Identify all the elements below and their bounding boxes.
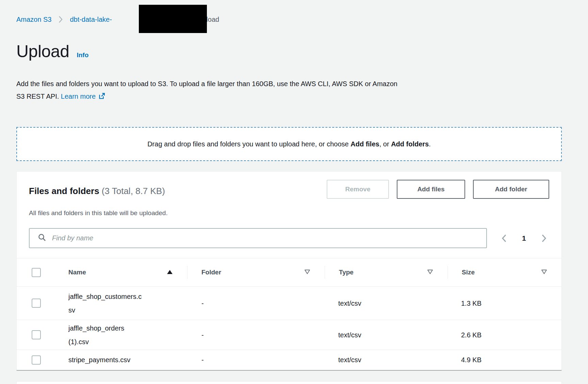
column-header-size[interactable]: Size bbox=[447, 258, 561, 286]
column-label-folder: Folder bbox=[201, 269, 221, 276]
column-header-type[interactable]: Type bbox=[325, 258, 447, 286]
files-panel: Files and folders (3 Total, 8.7 KB) All … bbox=[16, 171, 562, 370]
search-input[interactable] bbox=[52, 229, 481, 247]
panel-heading: Files and folders (3 Total, 8.7 KB) bbox=[29, 185, 165, 197]
row-checkbox[interactable] bbox=[32, 299, 41, 308]
panel-subtitle: All files and folders in this table will… bbox=[29, 208, 168, 218]
column-header-folder[interactable]: Folder bbox=[187, 258, 325, 286]
cell-folder: - bbox=[187, 297, 325, 310]
table-header-row: Name Folder Type bbox=[17, 258, 561, 287]
breadcrumb-chevron-icon bbox=[58, 15, 63, 23]
dropzone-text: Drag and drop files and folders you want… bbox=[147, 140, 431, 148]
remove-button[interactable]: Remove bbox=[327, 180, 389, 199]
table-row: jaffle_shop_customers.c sv - text/csv 1.… bbox=[17, 287, 561, 320]
upload-dropzone[interactable]: Drag and drop files and folders you want… bbox=[16, 127, 562, 161]
learn-more-link[interactable]: Learn more bbox=[61, 93, 96, 100]
cell-folder: - bbox=[187, 353, 325, 367]
filter-icon[interactable] bbox=[541, 269, 547, 276]
s3-upload-page: Amazon S3 dbt-data-lake- Upload Upload I… bbox=[0, 0, 588, 384]
cell-size: 4.9 KB bbox=[447, 353, 561, 367]
panel-actions: Remove Add files Add folder bbox=[327, 180, 549, 199]
column-header-name[interactable]: Name bbox=[54, 258, 187, 286]
column-label-size: Size bbox=[462, 269, 475, 276]
search-icon bbox=[38, 233, 52, 243]
cell-folder: - bbox=[187, 328, 325, 342]
cell-type: text/csv bbox=[325, 297, 447, 310]
breadcrumb-link-bucket[interactable]: dbt-data-lake- bbox=[70, 15, 112, 24]
cell-type: text/csv bbox=[325, 353, 447, 367]
sort-asc-icon[interactable] bbox=[167, 269, 173, 276]
search-box bbox=[29, 228, 487, 248]
select-all-checkbox[interactable] bbox=[32, 268, 41, 277]
intro-line1: Add the files and folders you want to up… bbox=[16, 80, 397, 87]
row-checkbox[interactable] bbox=[32, 355, 41, 365]
cell-name: stripe_payments.csv bbox=[54, 353, 187, 367]
pagination-page-number[interactable]: 1 bbox=[522, 234, 526, 242]
page-title: Upload bbox=[16, 41, 69, 62]
panel-title: Files and folders bbox=[29, 186, 99, 196]
table-row: stripe_payments.csv - text/csv 4.9 KB bbox=[17, 350, 561, 370]
info-link[interactable]: Info bbox=[77, 51, 88, 59]
redaction-overlay bbox=[139, 5, 207, 33]
title-row: Upload Info bbox=[16, 41, 88, 62]
cell-name: jaffle_shop_customers.c sv bbox=[54, 290, 187, 317]
cell-type: text/csv bbox=[325, 328, 447, 342]
cell-size: 1.3 KB bbox=[447, 297, 561, 310]
column-label-name: Name bbox=[68, 269, 86, 276]
row-checkbox[interactable] bbox=[32, 330, 41, 339]
column-label-type: Type bbox=[339, 269, 354, 276]
select-all-cell bbox=[17, 258, 54, 286]
add-folder-button[interactable]: Add folder bbox=[473, 180, 549, 199]
intro-line2: S3 REST API. bbox=[16, 93, 59, 100]
intro-text: Add the files and folders you want to up… bbox=[16, 78, 547, 104]
pagination-next-button[interactable] bbox=[541, 234, 547, 243]
add-files-button[interactable]: Add files bbox=[397, 180, 465, 199]
pagination-prev-button[interactable] bbox=[501, 234, 507, 243]
cell-name: jaffle_shop_orders (1).csv bbox=[54, 321, 187, 349]
pagination: 1 bbox=[501, 228, 547, 248]
files-table: Name Folder Type bbox=[17, 258, 561, 370]
breadcrumb-link-amazon-s3[interactable]: Amazon S3 bbox=[16, 15, 51, 24]
panel-count-value: (3 Total, 8.7 KB) bbox=[102, 186, 165, 196]
table-row: jaffle_shop_orders (1).csv - text/csv 2.… bbox=[17, 320, 561, 350]
external-link-icon bbox=[98, 94, 105, 101]
filter-icon[interactable] bbox=[304, 269, 310, 276]
cell-size: 2.6 KB bbox=[447, 328, 561, 342]
next-panel-edge bbox=[16, 381, 562, 384]
filter-icon[interactable] bbox=[427, 269, 433, 276]
